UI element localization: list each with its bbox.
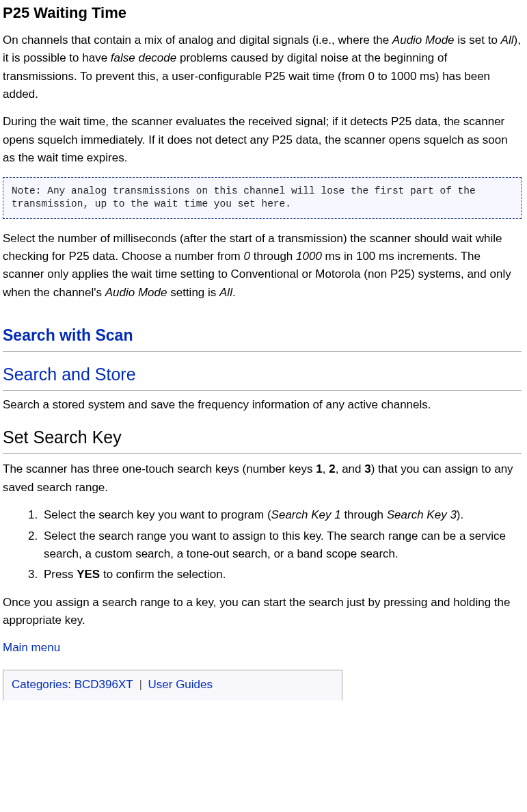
- key-1: 1: [316, 462, 322, 475]
- text: through: [250, 250, 296, 263]
- search-with-scan-heading[interactable]: Search with Scan: [3, 324, 522, 352]
- text: setting is: [167, 286, 219, 299]
- categories-box: Categories: BCD396XT | User Guides: [3, 670, 342, 700]
- thousand-val: 1000: [296, 250, 322, 263]
- search-and-store-heading[interactable]: Search and Store: [3, 361, 522, 391]
- text: ,: [323, 462, 329, 475]
- text: is set to: [455, 34, 501, 47]
- search-key-intro: The scanner has three one-touch search k…: [3, 460, 522, 497]
- text: through: [341, 508, 387, 521]
- categories-link[interactable]: Categories: [12, 678, 68, 691]
- search-key-3-term: Search Key 3: [387, 508, 457, 521]
- category-bcd396xt[interactable]: BCD396XT: [75, 678, 133, 691]
- audio-mode-term: Audio Mode: [392, 34, 455, 47]
- text: :: [68, 678, 74, 691]
- text: ).: [457, 508, 463, 521]
- key-2: 2: [329, 462, 335, 475]
- text: Press: [44, 568, 77, 581]
- note-box: Note: Any analog transmissions on this c…: [3, 177, 522, 219]
- p25-para3: Select the number of milliseconds (after…: [3, 230, 522, 302]
- zero-val: 0: [243, 250, 249, 263]
- text: , and: [336, 462, 365, 475]
- list-item: Select the search range you want to assi…: [41, 527, 522, 564]
- yes-label: YES: [77, 568, 100, 581]
- text: to confirm the selection.: [100, 568, 226, 581]
- list-item: Press YES to confirm the selection.: [41, 566, 522, 584]
- list-item: Select the search key you want to progra…: [41, 506, 522, 524]
- false-decode-term: false decode: [111, 51, 176, 64]
- steps-list: Select the search key you want to progra…: [3, 506, 522, 584]
- p25-para1: On channels that contain a mix of analog…: [3, 31, 522, 103]
- text: .: [232, 286, 236, 299]
- text: The scanner has three one-touch search k…: [3, 462, 316, 475]
- separator: |: [133, 678, 148, 691]
- search-key-outro: Once you assign a search range to a key,…: [3, 594, 522, 630]
- text: Select the search key you want to progra…: [44, 508, 271, 521]
- p25-para2: During the wait time, the scanner evalua…: [3, 113, 522, 167]
- category-user-guides[interactable]: User Guides: [148, 678, 213, 691]
- main-menu-link[interactable]: Main menu: [3, 641, 60, 654]
- search-key-1-term: Search Key 1: [271, 508, 341, 521]
- p25-heading: P25 Waiting Time: [3, 0, 522, 25]
- key-3: 3: [364, 462, 370, 475]
- set-search-key-heading: Set Search Key: [3, 424, 522, 454]
- all-term: All: [501, 34, 514, 47]
- all-term: All: [219, 286, 232, 299]
- text: On channels that contain a mix of analog…: [3, 34, 392, 47]
- audio-mode-term: Audio Mode: [105, 286, 167, 299]
- search-store-para: Search a stored system and save the freq…: [3, 396, 522, 414]
